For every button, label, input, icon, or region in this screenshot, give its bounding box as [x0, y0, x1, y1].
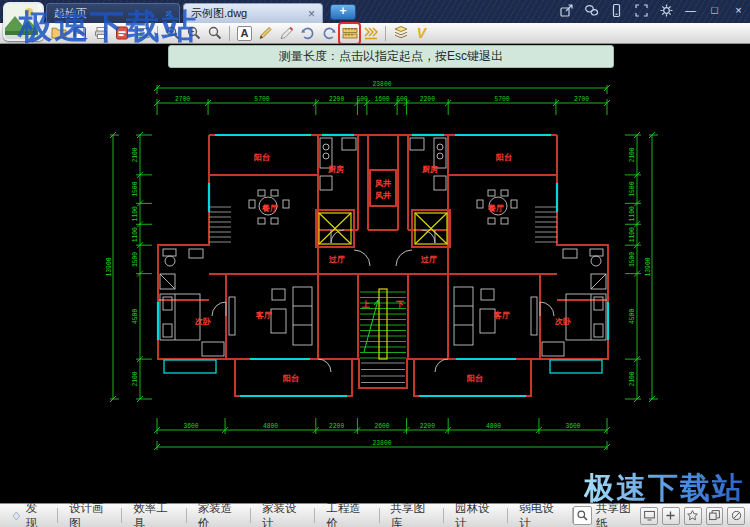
measure-continuous-button[interactable] [361, 24, 380, 43]
unit-stair-steps [209, 207, 231, 242]
toolbar-separator [385, 26, 386, 41]
tab-drawing-file[interactable]: 示例图.dwg × [183, 3, 323, 23]
fullscreen-icon[interactable] [633, 3, 649, 18]
share-icon[interactable] [558, 3, 574, 18]
app-window: 起始页 × 示例图.dwg × + [0, 0, 750, 527]
svg-text:下: 下 [395, 300, 404, 309]
tab-drawing-file-label: 示例图.dwg [191, 6, 247, 21]
minimize-button[interactable]: — [683, 3, 698, 18]
svg-text:1100: 1100 [133, 206, 140, 221]
screen-share-icon[interactable] [640, 507, 658, 525]
statusbar-item-engineering-cost[interactable]: 工程造价 [315, 508, 379, 523]
floor-plan-svg: 2380027005700220050016005002200570027003… [0, 44, 750, 503]
watermark-bottom-right: 极速下载站 [584, 468, 744, 509]
statusbar-item-design-draw[interactable]: 设计画图 [58, 508, 122, 523]
redo-button[interactable] [319, 24, 338, 43]
svg-text:2100: 2100 [630, 371, 637, 386]
maximize-button[interactable]: □ [707, 3, 722, 18]
doors-layer [212, 230, 344, 372]
app-logo[interactable] [3, 2, 44, 41]
open-button[interactable] [49, 24, 68, 43]
titlebar-actions: — □ × [558, 3, 746, 18]
plus-icon[interactable] [662, 507, 680, 525]
svg-text:阳台: 阳台 [283, 373, 299, 383]
clear-screen-icon[interactable] [727, 507, 745, 525]
zoom-in-button[interactable] [163, 24, 182, 43]
zoom-extents-button[interactable] [205, 24, 224, 43]
tab-close-icon[interactable]: × [308, 9, 315, 19]
tab-close-icon[interactable]: × [165, 9, 172, 19]
room-labels: 阳台阳台厨房厨房餐厅餐厅过厅过厅客厅客厅次卧次卧阳台阳台风井风井上下 [194, 152, 571, 383]
svg-text:5700: 5700 [495, 96, 510, 103]
export-pdf-button[interactable] [112, 24, 131, 43]
walls-layer [158, 135, 384, 396]
stair-stringer [379, 289, 387, 359]
svg-text:4800: 4800 [486, 423, 501, 430]
svg-text:厨房: 厨房 [421, 164, 438, 174]
mobile-icon[interactable] [608, 3, 624, 18]
tab-start-page[interactable]: 起始页 × [46, 3, 180, 23]
svg-text:餐厅: 餐厅 [261, 204, 278, 213]
statusbar-item-home-design[interactable]: 家装设计 [251, 508, 315, 523]
cascade-windows-icon[interactable] [706, 507, 724, 525]
close-button[interactable]: × [731, 3, 746, 18]
statusbar-item-elv-design[interactable]: 弱电设计 [508, 508, 572, 523]
export-image-button[interactable] [133, 24, 152, 43]
tab-strip: 起始页 × 示例图.dwg × + [46, 0, 356, 23]
svg-text:阳台: 阳台 [254, 152, 270, 162]
zoom-out-button[interactable] [184, 24, 203, 43]
floor-plan-left-unit [158, 135, 384, 396]
svg-text:13900: 13900 [645, 257, 652, 276]
layers-button[interactable] [391, 24, 410, 43]
svg-text:2100: 2100 [133, 371, 140, 386]
new-tab-button[interactable]: + [330, 4, 356, 20]
statusbar-item-shared-library[interactable]: 共享图库 [380, 508, 444, 523]
print-button[interactable] [91, 24, 110, 43]
svg-text:4500: 4500 [630, 309, 637, 324]
diamond-icon [11, 510, 22, 522]
text-annotate-button[interactable]: A [235, 24, 254, 43]
save-button[interactable] [70, 24, 89, 43]
measure-prompt-text: 测量长度：点击以指定起点，按Esc键退出 [279, 49, 503, 63]
svg-text:1100: 1100 [630, 227, 637, 242]
svg-text:1100: 1100 [630, 206, 637, 221]
svg-text:500: 500 [356, 96, 368, 103]
svg-text:1500: 1500 [630, 181, 637, 196]
statusbar-item-discover[interactable]: 发现 [0, 508, 58, 523]
pencil-annotate-button[interactable] [256, 24, 275, 43]
svg-text:500: 500 [396, 96, 408, 103]
svg-text:2200: 2200 [329, 96, 344, 103]
vip-button[interactable]: V [412, 24, 431, 43]
measure-length-button[interactable] [340, 24, 359, 43]
svg-text:23800: 23800 [373, 440, 392, 447]
svg-text:3600: 3600 [183, 423, 198, 430]
svg-text:2100: 2100 [133, 147, 140, 162]
svg-text:4500: 4500 [133, 309, 140, 324]
svg-text:次卧: 次卧 [194, 317, 211, 326]
svg-text:客厅: 客厅 [255, 310, 272, 320]
svg-text:上: 上 [361, 300, 370, 309]
floor-plan-right-unit [382, 135, 608, 396]
star-icon[interactable] [684, 507, 702, 525]
statusbar-item-efficiency-tools[interactable]: 效率工具 [122, 508, 186, 523]
entry-steps [361, 363, 405, 383]
elevator-shaft [319, 213, 351, 244]
undo-button[interactable] [298, 24, 317, 43]
svg-text:1500: 1500 [133, 181, 140, 196]
svg-text:2200: 2200 [329, 423, 344, 430]
settings-gear-icon[interactable] [658, 3, 674, 18]
svg-text:客厅: 客厅 [493, 310, 510, 320]
titlebar: 起始页 × 示例图.dwg × + [0, 0, 750, 23]
wechat-icon[interactable] [583, 3, 599, 18]
svg-text:1500: 1500 [133, 252, 140, 267]
marker-annotate-button[interactable] [277, 24, 296, 43]
svg-text:3600: 3600 [565, 423, 580, 430]
svg-text:4800: 4800 [263, 423, 278, 430]
svg-text:阳台: 阳台 [467, 373, 483, 383]
svg-text:风井: 风井 [374, 191, 392, 200]
svg-text:1500: 1500 [630, 252, 637, 267]
statusbar-item-home-cost[interactable]: 家装造价 [187, 508, 251, 523]
drawing-canvas[interactable]: 2380027005700220050016005002200570027003… [0, 44, 750, 503]
svg-text:厨房: 厨房 [327, 164, 344, 174]
statusbar-item-landscape-design[interactable]: 园林设计 [444, 508, 508, 523]
